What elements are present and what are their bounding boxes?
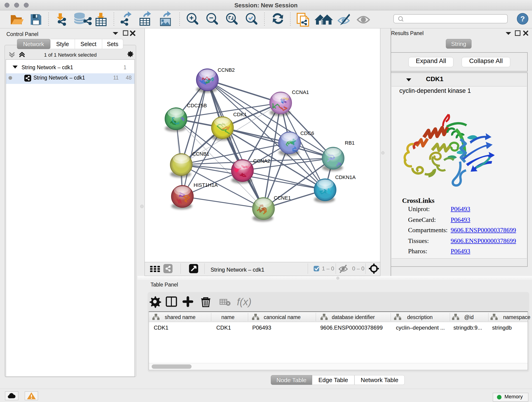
svg-text:CCNA1: CCNA1 — [292, 89, 309, 95]
svg-text:CDC25B: CDC25B — [187, 103, 207, 108]
svg-text:CCNA2: CCNA2 — [253, 158, 270, 164]
svg-text:CCNE1: CCNE1 — [274, 195, 291, 201]
svg-text:CDK1: CDK1 — [233, 112, 247, 117]
svg-text:CCNB2: CCNB2 — [218, 67, 235, 73]
svg-text:HIST1H1A: HIST1H1A — [194, 182, 218, 188]
svg-text:CCNB1: CCNB1 — [192, 151, 209, 157]
svg-text:f(x): f(x) — [237, 296, 252, 307]
svg-text:RB1: RB1 — [345, 140, 355, 146]
svg-text:CDKN1A: CDKN1A — [335, 174, 356, 180]
svg-text:?: ? — [520, 15, 525, 23]
svg-text:CDC6: CDC6 — [300, 130, 314, 136]
